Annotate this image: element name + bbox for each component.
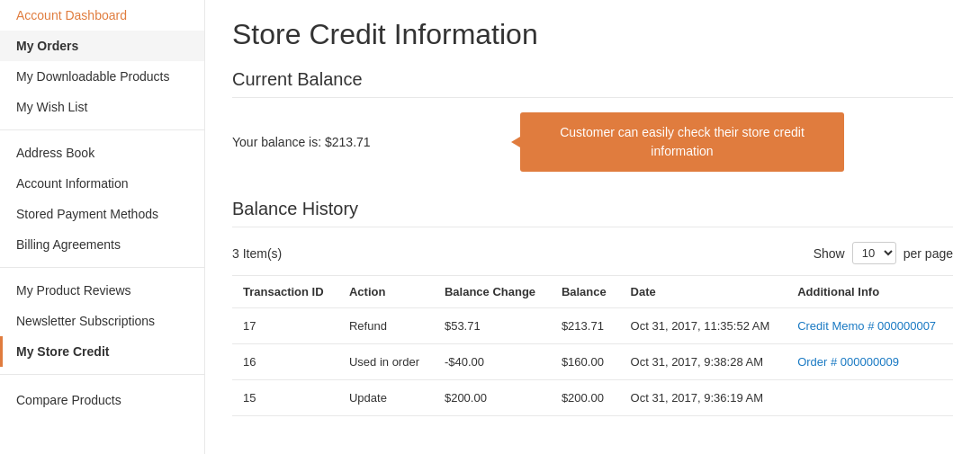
cell-transaction-id: 15 xyxy=(232,380,338,416)
main-content: Store Credit Information Current Balance… xyxy=(205,0,980,454)
cell-action: Used in order xyxy=(338,344,434,380)
items-count: 3 Item(s) xyxy=(232,246,282,261)
col-header-transaction-id: Transaction ID xyxy=(232,276,338,308)
balance-history-divider xyxy=(232,227,953,227)
cell-date: Oct 31, 2017, 9:38:28 AM xyxy=(620,344,787,380)
cell-balance-change: $53.71 xyxy=(434,308,551,344)
cell-balance: $200.00 xyxy=(551,380,620,416)
table-row: 16 Used in order -$40.00 $160.00 Oct 31,… xyxy=(232,344,953,380)
col-header-date: Date xyxy=(620,276,787,308)
cell-date: Oct 31, 2017, 9:36:19 AM xyxy=(620,380,787,416)
page-layout: Account Dashboard My Orders My Downloada… xyxy=(0,0,980,454)
cell-additional-info xyxy=(787,380,953,416)
tooltip-bubble: Customer can easily check their store cr… xyxy=(520,112,844,172)
cell-additional-info[interactable]: Order # 000000009 xyxy=(787,344,953,380)
balance-history-table: Transaction ID Action Balance Change Bal… xyxy=(232,275,953,416)
table-header-row: Transaction ID Action Balance Change Bal… xyxy=(232,276,953,308)
sidebar-item-my-wish-list[interactable]: My Wish List xyxy=(0,92,204,122)
current-balance-title: Current Balance xyxy=(232,69,953,90)
sidebar-item-billing-agreements[interactable]: Billing Agreements xyxy=(0,229,204,260)
sidebar: Account Dashboard My Orders My Downloada… xyxy=(0,0,205,454)
sidebar-divider-2 xyxy=(0,267,204,268)
table-row: 17 Refund $53.71 $213.71 Oct 31, 2017, 1… xyxy=(232,308,953,344)
sidebar-item-stored-payment-methods[interactable]: Stored Payment Methods xyxy=(0,199,204,229)
col-header-balance-change: Balance Change xyxy=(434,276,551,308)
cell-balance-change: $200.00 xyxy=(434,380,551,416)
sidebar-item-newsletter-subscriptions[interactable]: Newsletter Subscriptions xyxy=(0,306,204,336)
additional-info-link[interactable]: Credit Memo # 000000007 xyxy=(797,319,936,333)
current-balance-divider xyxy=(232,97,953,98)
col-header-action: Action xyxy=(338,276,434,308)
history-header: 3 Item(s) Show 10 20 50 per page xyxy=(232,242,953,264)
sidebar-item-address-book[interactable]: Address Book xyxy=(0,138,204,168)
balance-value: Your balance is: $213.71 xyxy=(232,135,412,149)
sidebar-item-my-orders[interactable]: My Orders xyxy=(0,31,204,61)
show-label: Show xyxy=(814,246,845,261)
cell-balance: $160.00 xyxy=(551,344,620,380)
cell-action: Update xyxy=(338,380,434,416)
show-controls: Show 10 20 50 per page xyxy=(814,242,953,264)
sidebar-item-my-product-reviews[interactable]: My Product Reviews xyxy=(0,275,204,306)
balance-row: Your balance is: $213.71 Customer can ea… xyxy=(232,112,953,172)
page-title: Store Credit Information xyxy=(232,18,953,51)
sidebar-item-account-dashboard[interactable]: Account Dashboard xyxy=(0,0,204,31)
additional-info-link[interactable]: Order # 000000009 xyxy=(797,355,899,369)
col-header-balance: Balance xyxy=(551,276,620,308)
compare-products-label: Compare Products xyxy=(0,382,204,418)
sidebar-divider-3 xyxy=(0,374,204,375)
per-page-label: per page xyxy=(904,246,953,261)
sidebar-item-my-store-credit[interactable]: My Store Credit xyxy=(0,336,204,367)
cell-date: Oct 31, 2017, 11:35:52 AM xyxy=(620,308,787,344)
sidebar-item-my-downloadable-products[interactable]: My Downloadable Products xyxy=(0,61,204,92)
balance-history-title: Balance History xyxy=(232,199,953,219)
cell-transaction-id: 17 xyxy=(232,308,338,344)
cell-additional-info[interactable]: Credit Memo # 000000007 xyxy=(787,308,953,344)
col-header-additional-info: Additional Info xyxy=(787,276,953,308)
sidebar-divider-1 xyxy=(0,129,204,130)
sidebar-item-account-information[interactable]: Account Information xyxy=(0,168,204,199)
table-row: 15 Update $200.00 $200.00 Oct 31, 2017, … xyxy=(232,380,953,416)
cell-action: Refund xyxy=(338,308,434,344)
per-page-select[interactable]: 10 20 50 xyxy=(852,242,896,264)
cell-balance-change: -$40.00 xyxy=(434,344,551,380)
cell-balance: $213.71 xyxy=(551,308,620,344)
cell-transaction-id: 16 xyxy=(232,344,338,380)
